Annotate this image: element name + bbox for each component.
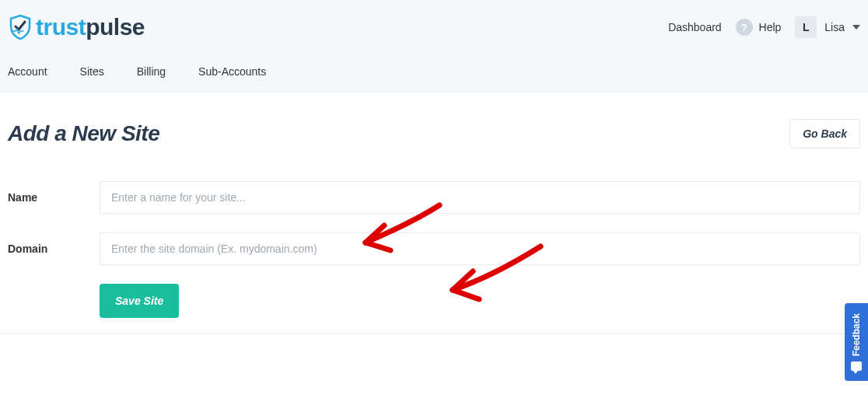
tab-subaccounts[interactable]: Sub-Accounts bbox=[198, 65, 266, 78]
go-back-button[interactable]: Go Back bbox=[789, 119, 860, 148]
site-domain-input[interactable] bbox=[100, 232, 860, 265]
dashboard-link[interactable]: Dashboard bbox=[668, 21, 722, 33]
brand-logo[interactable]: trustpulse bbox=[8, 14, 145, 40]
tab-sites[interactable]: Sites bbox=[80, 65, 104, 78]
site-name-input[interactable] bbox=[100, 181, 860, 214]
help-link[interactable]: ? Help bbox=[736, 19, 782, 36]
tab-bar: Account Sites Billing Sub-Accounts bbox=[8, 44, 860, 92]
user-menu[interactable]: L Lisa bbox=[795, 16, 860, 38]
page-heading-row: Add a New Site Go Back bbox=[8, 119, 860, 148]
chat-icon bbox=[851, 361, 862, 371]
user-name-label: Lisa bbox=[824, 21, 845, 33]
user-avatar: L bbox=[795, 16, 817, 38]
help-icon: ? bbox=[736, 19, 753, 36]
brand-name-part2: pulse bbox=[86, 14, 145, 40]
domain-label: Domain bbox=[8, 243, 100, 255]
main-content: Add a New Site Go Back Name Domain Save … bbox=[0, 93, 868, 334]
chevron-down-icon bbox=[852, 25, 860, 30]
feedback-tab[interactable]: Feedback bbox=[845, 303, 868, 381]
topbar: trustpulse Dashboard ? Help L Lisa bbox=[8, 0, 860, 44]
top-right-nav: Dashboard ? Help L Lisa bbox=[668, 16, 860, 38]
form-row-name: Name bbox=[8, 181, 860, 214]
help-label: Help bbox=[759, 21, 782, 33]
brand-name-part1: trust bbox=[36, 14, 86, 40]
tab-billing[interactable]: Billing bbox=[137, 65, 166, 78]
app-header: trustpulse Dashboard ? Help L Lisa Accou… bbox=[0, 0, 868, 93]
feedback-label: Feedback bbox=[851, 313, 862, 356]
tab-account[interactable]: Account bbox=[8, 65, 47, 78]
page-title: Add a New Site bbox=[8, 121, 159, 146]
form-row-domain: Domain bbox=[8, 232, 860, 265]
shield-check-icon bbox=[8, 14, 33, 40]
save-site-button[interactable]: Save Site bbox=[100, 284, 179, 318]
name-label: Name bbox=[8, 191, 100, 204]
